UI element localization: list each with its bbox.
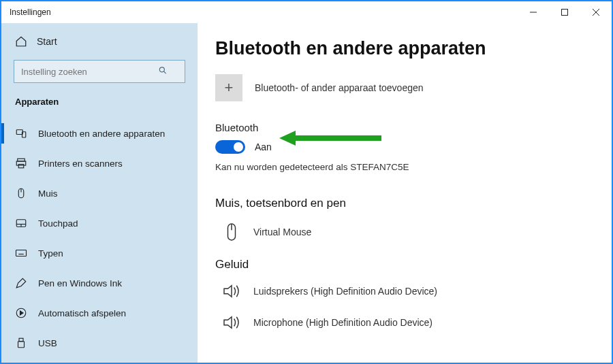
speaker-icon [222, 315, 241, 330]
svg-rect-1 [562, 10, 568, 16]
printer-icon [15, 157, 27, 169]
autoplay-icon [15, 307, 27, 319]
plus-icon: + [215, 74, 242, 101]
sidebar-section-label: Apparaten [1, 91, 198, 119]
usb-icon [15, 337, 27, 349]
sidebar-item-label: Touchpad [38, 218, 78, 229]
svg-rect-25 [18, 342, 25, 348]
svg-marker-23 [20, 311, 24, 315]
sidebar-item-label: Printers en scanners [38, 159, 123, 169]
home-label: Start [37, 36, 57, 47]
sidebar-item-mouse[interactable]: Muis [1, 179, 198, 208]
speaker-icon [222, 284, 241, 299]
sidebar-item-label: Automatisch afspelen [38, 308, 126, 318]
mouse-icon [15, 187, 27, 199]
device-row[interactable]: Microphone (High Definition Audio Device… [215, 311, 588, 342]
minimize-button[interactable] [518, 1, 549, 23]
device-row[interactable]: Virtual Mouse [215, 218, 588, 254]
bluetooth-heading: Bluetooth [215, 122, 588, 133]
titlebar: Instellingen [1, 1, 612, 23]
sidebar-item-label: Typen [38, 248, 63, 259]
page-title: Bluetooth en andere apparaten [215, 38, 588, 59]
svg-marker-29 [224, 317, 232, 329]
group-title-sound: Geluid [215, 258, 588, 271]
bluetooth-devices-icon [15, 127, 27, 139]
svg-marker-28 [224, 286, 232, 297]
pen-icon [15, 277, 27, 289]
close-button[interactable] [580, 1, 612, 23]
sidebar-item-usb[interactable]: USB [1, 329, 198, 357]
sidebar-item-touchpad[interactable]: Touchpad [1, 209, 198, 237]
sidebar-item-label: Pen en Windows Ink [38, 278, 122, 288]
sidebar-item-label: Muis [38, 188, 58, 199]
maximize-button[interactable] [549, 1, 580, 23]
svg-rect-24 [19, 338, 23, 342]
sidebar: Start Apparaten Bluetooth en andere appa… [1, 23, 198, 363]
svg-rect-10 [18, 165, 24, 168]
svg-rect-9 [16, 161, 26, 165]
sidebar-item-pen[interactable]: Pen en Windows Ink [1, 269, 198, 297]
sidebar-nav: Bluetooth en andere apparaten Printers e… [1, 119, 198, 357]
add-device-label: Bluetooth- of ander apparaat toevoegen [255, 82, 424, 93]
sidebar-item-autoplay[interactable]: Automatisch afspelen [1, 299, 198, 327]
sidebar-item-typing[interactable]: Typen [1, 239, 198, 267]
keyboard-icon [15, 247, 27, 259]
bluetooth-status: Kan nu worden gedetecteerd als STEFAN7C5… [215, 162, 588, 172]
bluetooth-toggle[interactable] [215, 140, 245, 154]
home-button[interactable]: Start [1, 29, 198, 54]
mouse-icon [222, 222, 241, 242]
window-controls [518, 1, 612, 23]
sidebar-item-printers[interactable]: Printers en scanners [1, 149, 198, 178]
bluetooth-toggle-state: Aan [255, 142, 272, 152]
svg-rect-16 [16, 250, 27, 257]
svg-rect-6 [16, 130, 22, 135]
group-title-input-devices: Muis, toetsenbord en pen [215, 197, 588, 210]
touchpad-icon [15, 217, 27, 229]
window-title: Instellingen [10, 7, 51, 17]
device-label: Luidsprekers (High Definition Audio Devi… [253, 286, 437, 297]
sidebar-item-bluetooth-devices[interactable]: Bluetooth en andere apparaten [1, 119, 198, 148]
sidebar-item-label: Bluetooth en andere apparaten [38, 129, 165, 139]
add-device-button[interactable]: + Bluetooth- of ander apparaat toevoegen [215, 74, 588, 101]
device-label: Microphone (High Definition Audio Device… [253, 317, 433, 328]
settings-window: Instellingen Start [0, 0, 613, 364]
device-label: Virtual Mouse [253, 227, 311, 237]
home-icon [15, 35, 27, 48]
search-input[interactable] [14, 60, 185, 83]
sidebar-item-label: USB [38, 338, 57, 348]
main-content: Bluetooth en andere apparaten + Bluetoot… [198, 23, 612, 363]
device-row[interactable]: Luidsprekers (High Definition Audio Devi… [215, 280, 588, 311]
